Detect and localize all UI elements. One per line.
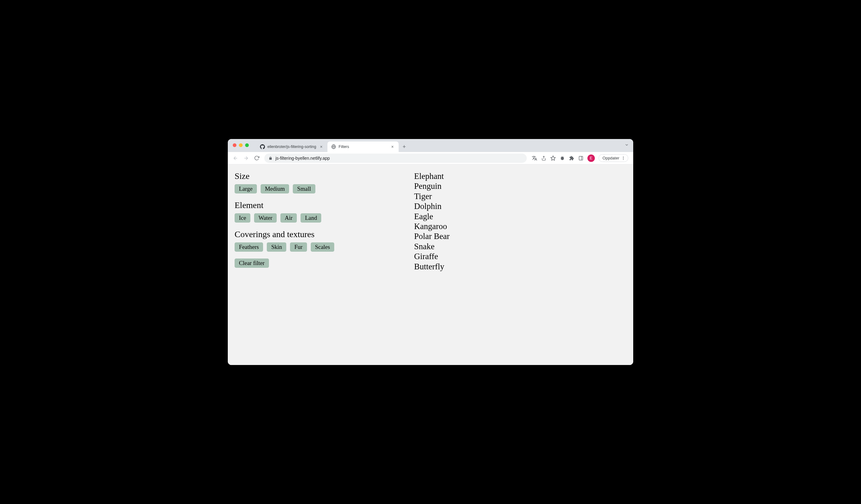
result-item: Elephant (414, 171, 626, 181)
result-item: Snake (414, 242, 626, 251)
browser-window: ellenbroter/js-filtering-sorting × Filte… (228, 139, 633, 365)
filter-heading: Size (235, 171, 408, 181)
result-item: Polar Bear (414, 231, 626, 241)
new-tab-button[interactable]: + (400, 142, 409, 151)
filter-group-element: Element Ice Water Air Land (235, 200, 408, 222)
minimize-window-button[interactable] (239, 143, 243, 147)
update-button[interactable]: Oppdater (599, 154, 628, 162)
result-item: Tiger (414, 191, 626, 201)
svg-point-9 (623, 156, 624, 157)
tab-github[interactable]: ellenbroter/js-filtering-sorting × (256, 141, 327, 152)
filter-group-coverings: Coverings and textures Feathers Skin Fur… (235, 229, 408, 252)
clear-filter-row: Clear filter (235, 259, 408, 268)
filter-option-skin[interactable]: Skin (267, 242, 286, 252)
result-item: Butterfly (414, 262, 626, 272)
profile-avatar[interactable]: E (587, 154, 595, 162)
url-text: js-filtering-byellen.netlify.app (275, 156, 330, 161)
update-label: Oppdater (603, 156, 619, 160)
filter-option-feathers[interactable]: Feathers (235, 242, 263, 252)
lock-icon (269, 156, 272, 160)
filter-option-small[interactable]: Small (293, 184, 315, 193)
filter-option-scales[interactable]: Scales (311, 242, 334, 252)
forward-button[interactable] (242, 153, 251, 163)
share-icon[interactable] (541, 155, 547, 161)
filter-option-fur[interactable]: Fur (290, 242, 307, 252)
results-column: Elephant Penguin Tiger Dolphin Eagle Kan… (414, 171, 626, 358)
svg-point-10 (623, 158, 624, 158)
tab-bar: ellenbroter/js-filtering-sorting × Filte… (228, 139, 633, 152)
address-bar[interactable]: js-filtering-byellen.netlify.app (264, 153, 527, 163)
filter-options: Feathers Skin Fur Scales (235, 242, 408, 252)
toolbar-actions: E Oppdater (530, 154, 630, 162)
translate-icon[interactable] (532, 155, 537, 161)
globe-icon (331, 144, 336, 149)
svg-marker-6 (550, 156, 555, 160)
filter-option-medium[interactable]: Medium (261, 184, 289, 193)
github-icon (260, 144, 265, 149)
toolbar: js-filtering-byellen.netlify.app E (228, 152, 633, 164)
filters-column: Size Large Medium Small Element Ice Wate… (235, 171, 408, 358)
filter-option-air[interactable]: Air (281, 213, 297, 222)
result-item: Kangaroo (414, 221, 626, 231)
close-window-button[interactable] (233, 143, 236, 147)
maximize-window-button[interactable] (245, 143, 249, 147)
extension-bug-icon[interactable] (560, 155, 565, 161)
result-item: Eagle (414, 212, 626, 221)
filter-option-large[interactable]: Large (235, 184, 257, 193)
panel-icon[interactable] (578, 155, 584, 161)
result-item: Dolphin (414, 201, 626, 211)
filter-heading: Coverings and textures (235, 229, 408, 239)
tab-filters[interactable]: Filters × (327, 141, 399, 152)
close-tab-button[interactable]: × (319, 144, 324, 149)
result-item: Penguin (414, 181, 626, 191)
svg-rect-7 (579, 156, 583, 160)
filter-heading: Element (235, 200, 408, 210)
window-controls (233, 143, 249, 147)
filter-options: Large Medium Small (235, 184, 408, 193)
filter-option-water[interactable]: Water (254, 213, 277, 222)
filter-options: Ice Water Air Land (235, 213, 408, 222)
avatar-letter: E (590, 156, 592, 160)
page-content: Size Large Medium Small Element Ice Wate… (228, 164, 633, 365)
svg-point-11 (623, 159, 624, 160)
reload-button[interactable] (252, 153, 261, 163)
close-tab-button[interactable]: × (390, 144, 395, 149)
filter-option-ice[interactable]: Ice (235, 213, 250, 222)
tab-overflow-button[interactable] (625, 143, 629, 147)
back-button[interactable] (231, 153, 240, 163)
filter-group-size: Size Large Medium Small (235, 171, 408, 193)
result-item: Giraffe (414, 251, 626, 261)
tabs-container: ellenbroter/js-filtering-sorting × Filte… (256, 139, 409, 152)
tab-title: Filters (339, 145, 387, 149)
extensions-icon[interactable] (569, 155, 574, 161)
bookmark-icon[interactable] (550, 155, 556, 161)
tab-title: ellenbroter/js-filtering-sorting (268, 145, 316, 149)
clear-filter-button[interactable]: Clear filter (235, 259, 269, 268)
filter-option-land[interactable]: Land (301, 213, 321, 222)
